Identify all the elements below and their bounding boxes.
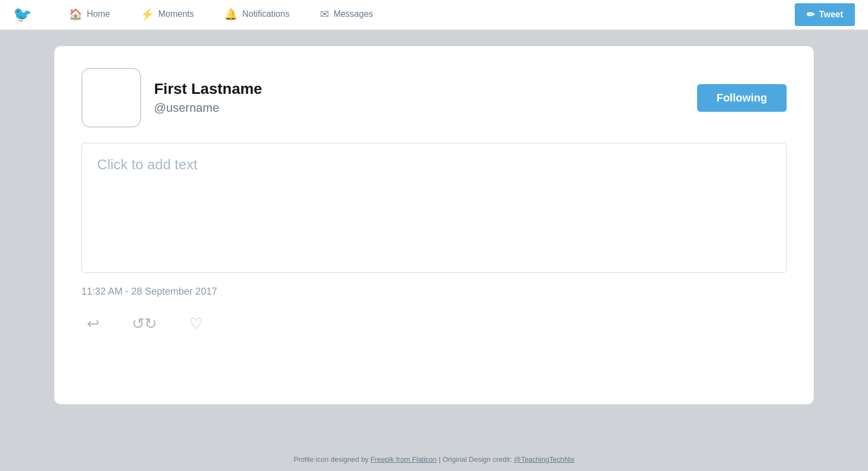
profile-handle: @username [154, 101, 262, 115]
messages-icon: ✉ [320, 8, 329, 21]
twitter-logo-icon: 🐦 [13, 7, 32, 22]
tweet-text-area[interactable]: Click to add text [81, 143, 787, 273]
tweet-timestamp: 11:32 AM - 28 September 2017 [81, 286, 787, 297]
following-button[interactable]: Following [697, 84, 787, 112]
nav-moments-label: Moments [158, 9, 194, 19]
profile-row: First Lastname @username Following [81, 68, 787, 128]
profile-name: First Lastname [154, 80, 262, 98]
nav-home-label: Home [87, 9, 110, 19]
home-icon: 🏠 [69, 8, 82, 21]
nav-home[interactable]: 🏠 Home [54, 0, 125, 30]
profile-left: First Lastname @username [81, 68, 262, 128]
nav-moments[interactable]: ⚡ Moments [125, 0, 209, 30]
nav-messages-label: Messages [334, 9, 373, 19]
tweet-card: First Lastname @username Following Click… [54, 46, 814, 404]
nav-messages[interactable]: ✉ Messages [305, 0, 388, 30]
tweet-placeholder: Click to add text [97, 156, 197, 173]
nav-notifications[interactable]: 🔔 Notifications [209, 0, 304, 30]
like-icon[interactable]: ♡ [189, 315, 203, 333]
footer-text-before: Profile icon designed by [293, 455, 371, 463]
footer-text-middle: | Original Design credit: [437, 455, 514, 463]
footer-credit-link[interactable]: @TeachingTechNix [514, 455, 574, 463]
profile-info: First Lastname @username [154, 80, 262, 115]
avatar [81, 68, 141, 128]
reply-icon[interactable]: ↩ [87, 315, 99, 333]
moments-icon: ⚡ [141, 8, 154, 21]
tweet-button[interactable]: ✏ Tweet [795, 3, 855, 26]
tweet-actions: ↩ ↺↻ ♡ [81, 315, 787, 333]
page-footer: Profile icon designed by Freepik from Fl… [0, 450, 868, 471]
footer-freepik-link[interactable]: Freepik from Flaticon [371, 455, 437, 463]
navbar: 🐦 🏠 Home ⚡ Moments 🔔 Notifications ✉ Mes… [0, 0, 868, 30]
page-body: First Lastname @username Following Click… [0, 30, 868, 450]
nav-links: 🏠 Home ⚡ Moments 🔔 Notifications ✉ Messa… [54, 0, 795, 30]
tweet-compose-icon: ✏ [807, 9, 815, 21]
tweet-button-label: Tweet [819, 10, 843, 20]
nav-notifications-label: Notifications [242, 9, 289, 19]
retweet-icon[interactable]: ↺↻ [132, 315, 157, 333]
notifications-icon: 🔔 [224, 8, 238, 21]
